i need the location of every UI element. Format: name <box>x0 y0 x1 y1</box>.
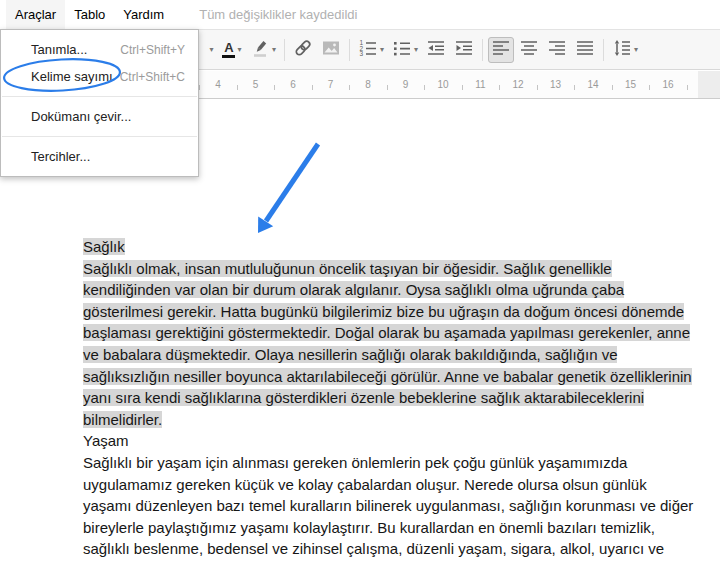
chevron-down-icon: ▾ <box>237 46 241 54</box>
menu-item-word-count[interactable]: Kelime sayımı Ctrl+Shift+C <box>1 63 198 90</box>
text-color-button[interactable]: A ▾ <box>219 37 245 63</box>
ruler-number: 16 <box>662 79 673 90</box>
selected-text: Sağlıklı olmak, insan mutluluğunun öncel… <box>83 260 692 428</box>
menu-help[interactable]: Yardım <box>114 0 173 29</box>
image-icon <box>321 38 341 62</box>
menu-item-define[interactable]: Tanımla... Ctrl+Shift+Y <box>1 36 198 63</box>
align-center-button[interactable] <box>516 37 542 63</box>
ruler-tick <box>649 85 650 90</box>
menu-item-preferences[interactable]: Tercihler... <box>1 143 198 170</box>
chevron-down-icon: ▾ <box>634 46 638 54</box>
align-center-icon <box>519 38 539 62</box>
indent-button[interactable] <box>451 37 477 63</box>
toolbar-separator <box>603 39 604 61</box>
indent-icon <box>454 38 474 62</box>
text-color-icon: A <box>222 41 235 58</box>
chevron-down-icon: ▾ <box>272 46 276 54</box>
menu-item-label: Kelime sayımı <box>31 69 113 84</box>
doc-paragraph-2: Sağlıklı bir yaşam için alınması gereken… <box>83 452 699 561</box>
doc-heading-saglik: Sağlık <box>83 236 699 258</box>
chevron-down-icon: ▾ <box>209 46 213 54</box>
menu-separator <box>2 136 197 137</box>
save-status: Tüm değişiklikler kaydedildi <box>199 7 357 22</box>
highlight-color-button[interactable]: ▾ <box>247 37 279 63</box>
chevron-down-icon: ▾ <box>414 46 418 54</box>
ruler-number: 8 <box>365 79 371 90</box>
outdent-icon <box>426 38 446 62</box>
ruler-tick <box>462 85 463 90</box>
numbered-list-button[interactable]: 123 ▾ <box>355 37 387 63</box>
toolbar-partial-dropdown[interactable]: ▾ <box>204 37 217 63</box>
ruler-number: 13 <box>550 79 561 90</box>
insert-image-button[interactable] <box>318 37 344 63</box>
toolbar-separator <box>349 39 350 61</box>
align-right-button[interactable] <box>544 37 570 63</box>
ruler-number: 5 <box>253 79 259 90</box>
menu-tools[interactable]: Araçlar <box>6 0 65 29</box>
ruler-number: 10 <box>437 79 448 90</box>
line-spacing-icon <box>612 38 632 62</box>
toolbar-separator <box>482 39 483 61</box>
ruler-tick <box>237 85 238 90</box>
menu-table[interactable]: Tablo <box>65 0 114 29</box>
outdent-button[interactable] <box>423 37 449 63</box>
align-left-button[interactable] <box>488 37 514 63</box>
menu-item-shortcut: Ctrl+Shift+C <box>120 70 185 84</box>
menu-separator <box>2 96 197 97</box>
bullet-list-button[interactable]: ▾ <box>389 37 421 63</box>
ruler-tick <box>199 85 200 90</box>
ruler-tick <box>687 85 688 90</box>
insert-link-button[interactable] <box>290 37 316 63</box>
svg-text:3: 3 <box>360 50 364 57</box>
bullet-list-icon <box>392 38 412 62</box>
menu-item-label: Dokümanı çevir... <box>31 109 131 124</box>
ruler-number: 11 <box>475 79 485 90</box>
ruler-number: 14 <box>587 79 598 90</box>
align-left-icon <box>491 38 511 62</box>
ruler-number: 9 <box>403 79 409 90</box>
link-icon <box>293 38 313 62</box>
tools-dropdown-menu: Tanımla... Ctrl+Shift+Y Kelime sayımı Ct… <box>0 29 199 177</box>
menu-item-label: Tanımla... <box>31 42 87 57</box>
ruler-tick <box>612 85 613 90</box>
align-justify-icon <box>575 38 595 62</box>
ruler-tick <box>274 85 275 90</box>
ruler-tick <box>387 85 388 90</box>
document-editor[interactable]: Sağlık Sağlıklı olmak, insan mutluluğunu… <box>83 236 699 561</box>
doc-paragraph-1: Sağlıklı olmak, insan mutluluğunun öncel… <box>83 258 699 431</box>
ruler-number: 15 <box>625 79 636 90</box>
align-justify-button[interactable] <box>572 37 598 63</box>
ruler-tick <box>574 85 575 90</box>
selected-text: Sağlık <box>83 238 125 255</box>
ruler-number: 6 <box>290 79 296 90</box>
ruler-number: 4 <box>215 79 221 90</box>
chevron-down-icon: ▾ <box>380 46 384 54</box>
doc-heading-yasam: Yaşam <box>83 430 699 452</box>
menu-bar: Araçlar Tablo Yardım Tüm değişiklikler k… <box>0 0 720 29</box>
menu-item-translate-document[interactable]: Dokümanı çevir... <box>1 103 198 130</box>
highlighter-icon <box>250 38 270 62</box>
ruler-tick <box>537 85 538 90</box>
toolbar-separator <box>284 39 285 61</box>
ruler-tick <box>312 85 313 90</box>
ruler-tick <box>499 85 500 90</box>
ruler-number: 7 <box>328 79 334 90</box>
align-right-icon <box>547 38 567 62</box>
numbered-list-icon: 123 <box>358 38 378 62</box>
ruler-number: 12 <box>512 79 523 90</box>
ruler-tick <box>424 85 425 90</box>
menu-item-label: Tercihler... <box>31 149 90 164</box>
line-spacing-button[interactable]: ▾ <box>609 37 641 63</box>
ruler-tick <box>349 85 350 90</box>
menu-item-shortcut: Ctrl+Shift+Y <box>120 43 185 57</box>
